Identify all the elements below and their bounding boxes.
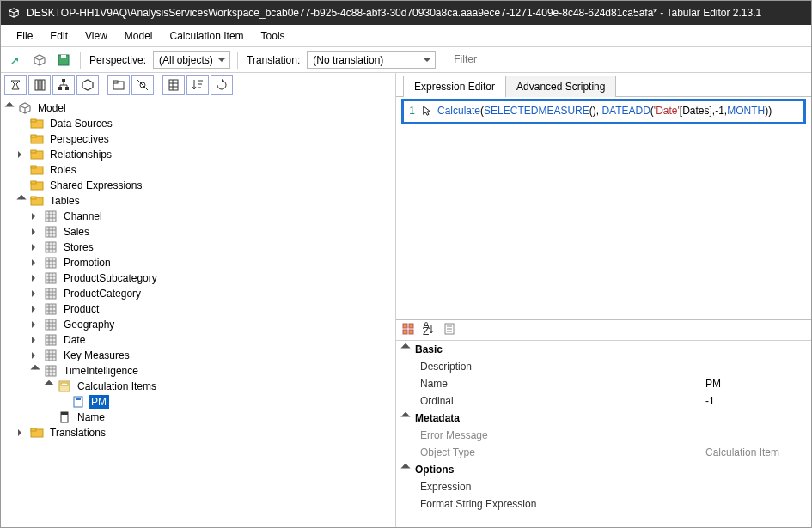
main-toolbar: Perspective: (All objects) Translation: …: [1, 47, 811, 73]
folder-view-icon[interactable]: [107, 75, 130, 95]
tree-table-stores[interactable]: Stores: [4, 240, 394, 255]
prop-name[interactable]: NamePM: [396, 375, 811, 392]
tree-shared-expressions[interactable]: Shared Expressions: [4, 178, 394, 193]
measures-filter-icon[interactable]: [4, 75, 27, 95]
svg-rect-37: [74, 397, 82, 407]
separator: [237, 52, 238, 69]
alpha-sort-icon[interactable]: [162, 75, 185, 95]
svg-rect-38: [76, 398, 81, 400]
refresh-icon[interactable]: [211, 75, 233, 95]
svg-rect-46: [409, 330, 413, 334]
tree-pane: Model Data Sources Perspectives Relation…: [1, 73, 396, 528]
property-grid[interactable]: Basic Description NamePM Ordinal-1 Metad…: [396, 341, 811, 528]
hierarchy-filter-icon[interactable]: [52, 75, 75, 95]
translation-combo[interactable]: (No translation): [307, 51, 436, 69]
svg-rect-21: [31, 181, 36, 184]
menu-file[interactable]: File: [9, 27, 40, 46]
tree-relationships[interactable]: Relationships: [4, 147, 394, 162]
tree-roles[interactable]: Roles: [4, 162, 394, 178]
svg-rect-5: [62, 79, 65, 82]
property-pages-icon[interactable]: [443, 322, 456, 338]
menubar: File Edit View Model Calculation Item To…: [1, 25, 811, 47]
tree-column-name[interactable]: Name: [4, 410, 394, 425]
menu-view[interactable]: View: [78, 27, 114, 46]
svg-rect-28: [46, 273, 56, 283]
tree-table-promotion[interactable]: Promotion: [4, 255, 394, 270]
prop-object-type[interactable]: Object TypeCalculation Item: [396, 444, 811, 461]
tree-data-sources[interactable]: Data Sources: [4, 116, 394, 131]
svg-rect-40: [61, 412, 68, 415]
svg-rect-1: [61, 55, 66, 58]
menu-model[interactable]: Model: [118, 27, 160, 46]
menu-calculation-item[interactable]: Calculation Item: [163, 27, 251, 46]
tree-root-model[interactable]: Model: [4, 100, 394, 116]
tab-advanced-scripting[interactable]: Advanced Scripting: [505, 76, 616, 97]
alphabetical-icon[interactable]: AZ: [422, 322, 436, 338]
tree-table-geography[interactable]: Geography: [4, 317, 394, 332]
prop-error-message[interactable]: Error Message: [396, 427, 811, 444]
categorized-icon[interactable]: [401, 322, 415, 338]
svg-rect-2: [35, 80, 38, 90]
prop-cat-metadata[interactable]: Metadata: [396, 410, 811, 427]
prop-format-string-expression[interactable]: Format String Expression: [396, 495, 811, 513]
prop-cat-basic[interactable]: Basic: [396, 341, 811, 358]
svg-rect-4: [42, 80, 45, 90]
tree-table-sales[interactable]: Sales: [4, 224, 394, 240]
svg-rect-3: [39, 80, 41, 90]
separator: [80, 52, 81, 69]
perspective-combo[interactable]: (All objects): [153, 51, 230, 69]
svg-rect-25: [46, 227, 56, 237]
menu-tools[interactable]: Tools: [254, 27, 292, 46]
tree-calculation-items[interactable]: Calculation Items: [4, 379, 394, 394]
tree-table-productcategory[interactable]: ProductCategory: [4, 286, 394, 301]
tree-table-date[interactable]: Date: [4, 332, 394, 348]
svg-rect-32: [46, 335, 56, 345]
tree-calc-item-pm[interactable]: PM: [4, 394, 394, 410]
translation-value: (No translation): [313, 54, 383, 66]
tree-table-timeintelligence[interactable]: TimeIntelligence: [4, 363, 394, 379]
svg-rect-44: [409, 324, 413, 328]
prop-expression[interactable]: Expression: [396, 478, 811, 495]
svg-rect-19: [31, 166, 36, 168]
window-titlebar: DESKTOP-HH1V9AQ\AnalysisServicesWorkspac…: [1, 1, 811, 25]
svg-rect-30: [46, 304, 56, 314]
prop-cat-options[interactable]: Options: [396, 461, 811, 478]
type-sort-icon[interactable]: [186, 75, 209, 95]
columns-filter-icon[interactable]: [28, 75, 51, 95]
svg-rect-26: [46, 242, 56, 252]
svg-rect-34: [46, 366, 56, 376]
menu-edit[interactable]: Edit: [43, 27, 75, 46]
tree-table-productsubcategory[interactable]: ProductSubcategory: [4, 270, 394, 286]
partitions-filter-icon[interactable]: [76, 75, 99, 95]
expression-editor[interactable]: 1 Calculate(SELECTEDMEASURE(), DATEADD('…: [396, 97, 811, 320]
connect-icon[interactable]: [6, 51, 25, 70]
save-icon[interactable]: [54, 51, 73, 70]
deploy-cube-icon[interactable]: [30, 51, 49, 70]
svg-rect-45: [403, 330, 407, 334]
svg-rect-7: [65, 87, 69, 90]
tree-tables[interactable]: Tables: [4, 193, 394, 209]
hidden-toggle-icon[interactable]: [131, 75, 154, 95]
tab-expression-editor[interactable]: Expression Editor: [403, 76, 506, 97]
window-title: DESKTOP-HH1V9AQ\AnalysisServicesWorkspac…: [27, 7, 761, 19]
svg-rect-6: [58, 87, 62, 90]
editor-tabs: Expression Editor Advanced Scripting: [396, 73, 811, 97]
prop-description[interactable]: Description: [396, 358, 811, 375]
svg-rect-11: [169, 80, 178, 90]
perspective-label: Perspective:: [88, 54, 148, 66]
svg-rect-15: [31, 135, 36, 137]
tree-table-key-measures[interactable]: Key Measures: [4, 348, 394, 363]
tree-perspectives[interactable]: Perspectives: [4, 131, 394, 147]
prop-ordinal[interactable]: Ordinal-1: [396, 392, 811, 410]
tree-toolstrip: [1, 73, 395, 97]
tree-table-channel[interactable]: Channel: [4, 209, 394, 224]
svg-rect-43: [403, 324, 407, 328]
svg-rect-27: [46, 258, 56, 268]
filter-input[interactable]: [450, 51, 806, 69]
tree-translations[interactable]: Translations: [4, 425, 394, 440]
svg-rect-31: [46, 319, 56, 330]
model-tree[interactable]: Model Data Sources Perspectives Relation…: [1, 97, 395, 528]
tree-table-product[interactable]: Product: [4, 301, 394, 317]
svg-rect-29: [46, 288, 56, 299]
separator: [443, 52, 443, 69]
